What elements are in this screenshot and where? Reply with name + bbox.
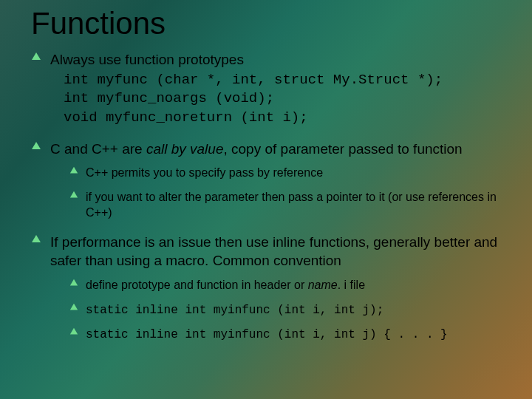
sub-bullet-code: static inline int myinfunc (int i, int j…: [86, 328, 448, 341]
arrow-up-icon: [69, 279, 78, 287]
svg-marker-3: [70, 191, 78, 198]
svg-marker-4: [32, 235, 41, 242]
bullet-text-prefix: C and C++ are: [50, 141, 146, 157]
svg-marker-2: [70, 167, 78, 174]
arrow-up-icon: [69, 303, 78, 312]
sub-bullet-code: static inline int myinfunc (int i, int j…: [86, 304, 383, 317]
sub-bullet-text-prefix: define prototype and function in header …: [86, 279, 308, 291]
sub-bullet-item: C++ permits you to specify pass by refer…: [69, 166, 511, 181]
bullet-item: C and C++ are call by value, copy of par…: [31, 140, 511, 221]
svg-marker-0: [32, 52, 41, 60]
slide-content: Always use function prototypes int myfun…: [31, 50, 511, 355]
arrow-up-icon: [69, 191, 78, 200]
sub-bullet-item: if you want to alter the parameter then …: [69, 190, 511, 221]
bullet-item: Always use function prototypes int myfun…: [31, 50, 511, 128]
arrow-up-icon: [31, 234, 41, 245]
sub-bullet-item: static inline int myinfunc (int i, int j…: [69, 302, 511, 318]
code-block: int myfunc (char *, int, struct My.Struc…: [64, 71, 511, 128]
slide: Functions Always use function prototypes…: [0, 0, 532, 399]
arrow-up-icon: [31, 141, 41, 151]
sub-bullet-item: define prototype and function in header …: [69, 278, 511, 293]
bullet-text-suffix: , copy of parameter passed to function: [223, 141, 462, 157]
arrow-up-icon: [69, 327, 78, 336]
bullet-text: Always use function prototypes: [50, 52, 244, 67]
sub-bullet-text: if you want to alter the parameter then …: [86, 191, 497, 219]
bullet-text: If performance is an issue then use inli…: [50, 234, 497, 269]
svg-marker-6: [70, 304, 78, 310]
sub-bullet-text-suffix: . i file: [338, 279, 365, 291]
bullet-text-italic: call by value: [146, 141, 224, 157]
arrow-up-icon: [69, 166, 78, 175]
bullet-item: If performance is an issue then use inli…: [31, 233, 511, 344]
sub-bullet-text: C++ permits you to specify pass by refer…: [86, 166, 323, 179]
sub-bullet-text-italic: name: [308, 279, 338, 291]
arrow-up-icon: [31, 52, 41, 62]
sub-bullet-item: static inline int myinfunc (int i, int j…: [69, 327, 511, 343]
svg-marker-1: [32, 142, 41, 149]
svg-marker-7: [70, 328, 78, 335]
svg-marker-5: [70, 279, 78, 286]
slide-title: Functions: [31, 6, 166, 41]
